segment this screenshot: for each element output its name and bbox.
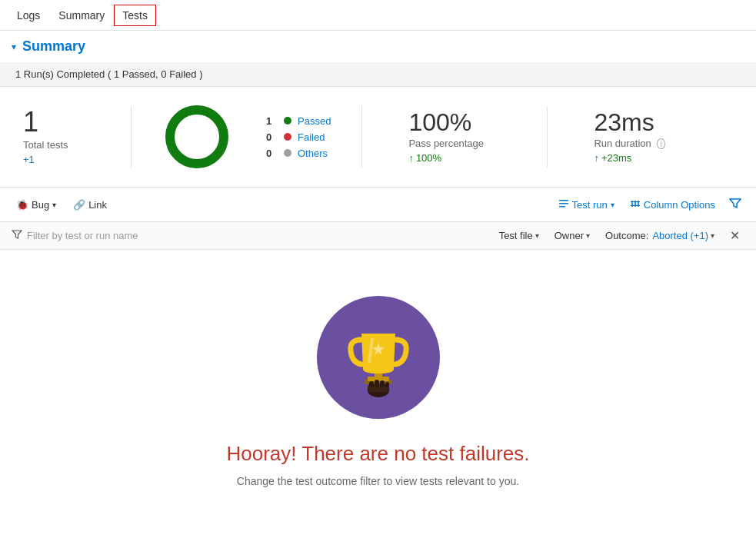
total-tests-block: 1 Total tests +1 <box>23 108 100 165</box>
column-options-button[interactable]: Column Options <box>625 195 720 214</box>
divider-1 <box>131 106 132 168</box>
toolbar-right: Test run ▾ Column Options <box>554 194 744 215</box>
summary-section: ▾ Summary 1 Run(s) Completed ( 1 Passed,… <box>0 31 756 250</box>
owner-dropdown[interactable]: Owner ▾ <box>550 227 594 244</box>
filter-placeholder[interactable]: Filter by test or run name <box>27 230 138 241</box>
run-duration-value: 23ms <box>594 110 701 134</box>
legend-others: 0 Others <box>266 148 331 159</box>
bug-button[interactable]: 🐞 Bug ▾ <box>12 196 61 214</box>
test-run-chevron-icon: ▾ <box>611 201 614 209</box>
svg-rect-2 <box>559 200 568 201</box>
pass-percent-delta: ↑ 100% <box>408 152 516 164</box>
legend: 1 Passed 0 Failed 0 Others <box>266 115 331 159</box>
test-file-dropdown[interactable]: Test file ▾ <box>495 227 544 244</box>
svg-rect-4 <box>559 206 565 208</box>
tab-tests[interactable]: Tests <box>114 5 156 26</box>
pass-percent-block: 100% Pass percentage ↑ 100% <box>408 110 516 164</box>
svg-point-1 <box>170 110 224 164</box>
pass-delta-arrow: ↑ <box>408 152 414 164</box>
trophy-svg <box>336 315 421 400</box>
test-run-label: Test run <box>572 199 608 211</box>
sub-text: Change the test outcome filter to view t… <box>237 475 519 487</box>
svg-rect-10 <box>369 381 374 387</box>
total-tests-delta: +1 <box>23 154 100 165</box>
summary-title: Summary <box>22 38 85 55</box>
total-tests-count: 1 <box>23 108 100 136</box>
legend-passed-count: 1 <box>266 115 278 127</box>
summary-chevron: ▾ <box>12 42 16 52</box>
trophy-illustration <box>317 296 440 419</box>
toolbar-left: 🐞 Bug ▾ 🔗 Link <box>12 196 112 214</box>
run-info-text: 1 Run(s) Completed ( 1 Passed, 0 Failed … <box>15 68 203 80</box>
total-tests-label: Total tests <box>23 139 100 151</box>
link-label: Link <box>88 199 107 211</box>
pass-percent-value: 100% <box>408 110 516 134</box>
outcome-dropdown[interactable]: Outcome: Aborted (+1) ▾ <box>601 227 719 244</box>
summary-header[interactable]: ▾ Summary <box>0 31 756 62</box>
filter-icon-button[interactable] <box>726 194 744 215</box>
legend-passed-label[interactable]: Passed <box>298 115 331 127</box>
pass-delta-value: 100% <box>416 152 441 164</box>
run-duration-block: 23ms Run duration i ↑ +23ms <box>594 110 701 164</box>
tab-logs[interactable]: Logs <box>8 3 49 28</box>
hooray-text: Hooray! There are no test failures. <box>226 442 529 466</box>
run-duration-arrow: ↑ <box>594 152 599 164</box>
stats-area: 1 Total tests +1 1 Passed 0 F <box>0 87 756 188</box>
legend-failed-dot <box>284 133 291 141</box>
bug-chevron-icon: ▾ <box>52 201 56 209</box>
run-duration-info-icon: i <box>657 138 664 149</box>
top-nav: Logs Summary Tests <box>0 0 756 31</box>
tab-summary[interactable]: Summary <box>49 3 114 28</box>
divider-3 <box>547 106 548 168</box>
filter-bar: Filter by test or run name Test file ▾ O… <box>0 222 756 250</box>
legend-passed-dot <box>284 117 291 125</box>
svg-rect-11 <box>375 380 379 387</box>
main-content: Hooray! There are no test failures. Chan… <box>0 250 756 518</box>
filter-funnel-icon <box>12 229 22 242</box>
outcome-value: Aborted (+1) <box>652 230 708 241</box>
legend-failed: 0 Failed <box>266 131 331 143</box>
legend-others-label[interactable]: Others <box>298 148 328 159</box>
toolbar: 🐞 Bug ▾ 🔗 Link Test run ▾ Column <box>0 188 756 222</box>
legend-failed-count: 0 <box>266 131 278 143</box>
svg-rect-13 <box>385 382 389 387</box>
column-options-icon <box>630 198 641 211</box>
owner-chevron-icon: ▾ <box>586 231 590 240</box>
divider-2 <box>361 106 362 168</box>
run-info-bar: 1 Run(s) Completed ( 1 Passed, 0 Failed … <box>0 62 756 87</box>
test-file-chevron-icon: ▾ <box>535 231 539 240</box>
link-icon: 🔗 <box>73 199 85 211</box>
pass-percent-label: Pass percentage <box>408 138 516 149</box>
legend-failed-label[interactable]: Failed <box>298 131 325 143</box>
legend-passed: 1 Passed <box>266 115 331 127</box>
owner-label: Owner <box>555 230 584 241</box>
link-button[interactable]: 🔗 Link <box>68 196 112 214</box>
column-options-label: Column Options <box>644 199 715 211</box>
bug-label: Bug <box>32 199 49 211</box>
outcome-label: Outcome: <box>605 230 648 241</box>
donut-svg <box>162 102 231 171</box>
run-duration-label-text: Run duration <box>594 138 651 149</box>
legend-others-dot <box>284 149 291 157</box>
legend-others-count: 0 <box>266 148 278 159</box>
filter-right: Test file ▾ Owner ▾ Outcome: Aborted (+1… <box>495 227 744 244</box>
svg-rect-3 <box>559 203 568 204</box>
test-run-button[interactable]: Test run ▾ <box>554 195 619 214</box>
filter-left: Filter by test or run name <box>12 229 138 242</box>
outcome-chevron-icon: ▾ <box>711 231 714 240</box>
run-duration-delta: ↑ +23ms <box>594 152 701 164</box>
run-duration-delta-value: +23ms <box>601 152 631 164</box>
test-file-label: Test file <box>499 230 533 241</box>
bug-icon: 🐞 <box>16 199 28 211</box>
filter-close-button[interactable]: ✕ <box>725 227 744 244</box>
run-duration-label: Run duration i <box>594 138 701 149</box>
test-run-icon <box>558 198 569 211</box>
donut-chart <box>162 102 231 171</box>
svg-rect-12 <box>380 380 385 387</box>
